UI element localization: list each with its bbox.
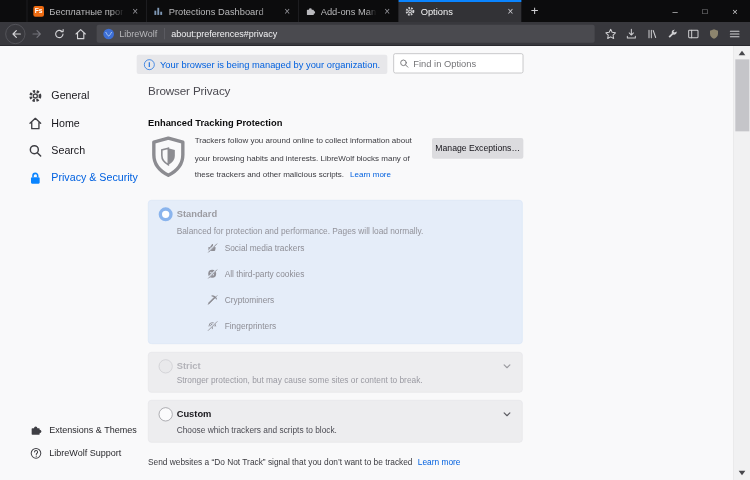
fingerprinters-icon <box>207 320 218 331</box>
custom-label: Custom <box>177 409 212 420</box>
extension-shield-icon[interactable] <box>703 24 724 43</box>
standard-radio[interactable] <box>159 207 173 221</box>
maximize-button[interactable]: □ <box>690 0 720 22</box>
list-item-third-party-cookies: All third-party cookies <box>207 261 305 287</box>
preferences-page: i Your browser is being managed by your … <box>0 46 750 480</box>
scrollbar-up-icon[interactable] <box>739 51 746 56</box>
puzzle-favicon-icon <box>305 6 316 17</box>
back-button[interactable] <box>5 24 25 44</box>
minimize-button[interactable]: – <box>660 0 690 22</box>
tab-freesoft[interactable]: Fs Бесплатные программы на Fre × <box>27 0 147 22</box>
category-sidebar: General Home Search Privacy & Security <box>0 82 148 191</box>
navigation-toolbar: LibreWolf about:preferences#privacy <box>0 22 750 46</box>
info-icon: i <box>144 59 155 70</box>
scrollbar-down-icon[interactable] <box>739 471 746 476</box>
cryptominers-icon <box>207 294 218 305</box>
tab-bar: Fs Бесплатные программы на Fre × Protect… <box>0 0 750 22</box>
forward-button[interactable] <box>29 24 48 43</box>
bookmark-star-icon[interactable] <box>600 24 621 43</box>
page-title: Browser Privacy <box>148 85 230 99</box>
sidebar-item-general[interactable]: General <box>0 82 148 109</box>
standard-label: Standard <box>177 209 217 220</box>
menu-hamburger-icon[interactable] <box>724 24 745 43</box>
puzzle-icon <box>30 424 42 436</box>
etp-standard-option[interactable]: Standard Balanced for protection and per… <box>148 200 523 344</box>
list-item-social-trackers: Social media trackers <box>207 235 305 261</box>
sidebar-item-privacy-security[interactable]: Privacy & Security <box>0 164 148 191</box>
site-identity-chip[interactable]: LibreWolf <box>103 28 158 40</box>
chevron-down-icon[interactable] <box>502 409 512 422</box>
tab-close-icon[interactable]: × <box>505 5 515 16</box>
sidebar-item-label: Extensions & Themes <box>49 425 136 435</box>
sidebar-item-extensions-themes[interactable]: Extensions & Themes <box>0 418 148 441</box>
tab-close-icon[interactable]: × <box>282 5 292 16</box>
new-tab-button[interactable]: + <box>521 0 548 22</box>
list-item-label: All third-party cookies <box>225 269 305 278</box>
find-in-options-input[interactable] <box>413 58 517 69</box>
url-text: about:preferences#privacy <box>171 29 277 39</box>
library-icon[interactable] <box>641 24 662 43</box>
home-icon <box>28 116 43 131</box>
tab-title: Бесплатные программы на Fre <box>49 6 124 17</box>
find-in-options-search[interactable] <box>393 53 523 73</box>
urlbar-separator <box>164 28 165 39</box>
learn-more-link[interactable]: Learn more <box>350 170 391 179</box>
close-button[interactable]: × <box>720 0 750 22</box>
intro-line: your browsing habits and interests. Libr… <box>195 150 412 167</box>
search-icon <box>28 143 43 158</box>
url-bar[interactable]: LibreWolf about:preferences#privacy <box>97 25 595 43</box>
tab-title: Options <box>421 6 500 17</box>
tabbar-left-spacer <box>0 0 27 22</box>
sidebar-item-librewolf-support[interactable]: LibreWolf Support <box>0 441 148 464</box>
sidebar-toggle-icon[interactable] <box>683 24 704 43</box>
sidebar-footer: Extensions & Themes LibreWolf Support <box>0 418 148 465</box>
strict-radio[interactable] <box>159 359 173 373</box>
lock-icon <box>28 170 43 185</box>
librewolf-logo-icon <box>103 28 115 40</box>
list-item-fingerprinters: Fingerprinters <box>207 313 305 339</box>
dnt-text: Send websites a “Do Not Track” signal th… <box>148 458 413 467</box>
tab-options-active[interactable]: Options × <box>399 0 522 22</box>
reload-button[interactable] <box>50 24 69 43</box>
list-item-cryptominers: Cryptominers <box>207 287 305 313</box>
custom-radio[interactable] <box>159 407 173 421</box>
search-icon <box>399 58 409 68</box>
tab-addons-manager[interactable]: Add-ons Manager × <box>299 0 399 22</box>
etp-custom-option[interactable]: Custom Choose which trackers and scripts… <box>148 400 523 443</box>
list-item-label: Cryptominers <box>225 295 275 304</box>
sidebar-item-search[interactable]: Search <box>0 137 148 164</box>
list-item-label: Social media trackers <box>225 243 305 252</box>
intro-line: these trackers and other malicious scrip… <box>195 170 344 179</box>
managed-browser-notice[interactable]: i Your browser is being managed by your … <box>137 55 388 74</box>
tab-title: Protections Dashboard <box>169 6 277 17</box>
dnt-learn-more-link[interactable]: Learn more <box>418 458 461 467</box>
freesoft-favicon-icon: Fs <box>33 6 44 17</box>
sidebar-item-home[interactable]: Home <box>0 109 148 136</box>
etp-strict-option[interactable]: Strict Stronger protection, but may caus… <box>148 352 523 393</box>
scrollbar-thumb[interactable] <box>735 59 749 131</box>
list-item-label: Fingerprinters <box>225 321 276 330</box>
sidebar-item-label: Privacy & Security <box>51 172 138 184</box>
sidebar-item-label: General <box>51 90 89 102</box>
tab-close-icon[interactable]: × <box>130 5 140 16</box>
browser-window: Fs Бесплатные программы на Fre × Protect… <box>0 0 750 480</box>
tab-close-icon[interactable]: × <box>382 5 392 16</box>
custom-description: Choose which trackers and scripts to blo… <box>177 426 337 435</box>
tab-protections-dashboard[interactable]: Protections Dashboard × <box>147 0 299 22</box>
strict-description: Stronger protection, but may cause some … <box>177 376 423 385</box>
strict-label: Strict <box>177 361 201 372</box>
gear-icon <box>28 88 43 103</box>
sidebar-item-label: Home <box>51 117 79 129</box>
section-title: Enhanced Tracking Protection <box>148 117 282 128</box>
cookies-icon <box>207 268 218 279</box>
window-controls: – □ × <box>660 0 750 22</box>
downloads-icon[interactable] <box>621 24 642 43</box>
home-button[interactable] <box>71 24 90 43</box>
titlebar-drag-space <box>548 0 660 22</box>
tracking-protection-shield-icon <box>149 135 187 184</box>
social-media-trackers-icon <box>207 242 218 253</box>
vertical-scrollbar[interactable] <box>733 46 750 480</box>
manage-exceptions-button[interactable]: Manage Exceptions… <box>432 138 523 159</box>
chevron-down-icon[interactable] <box>502 361 512 374</box>
wrench-icon[interactable] <box>662 24 683 43</box>
